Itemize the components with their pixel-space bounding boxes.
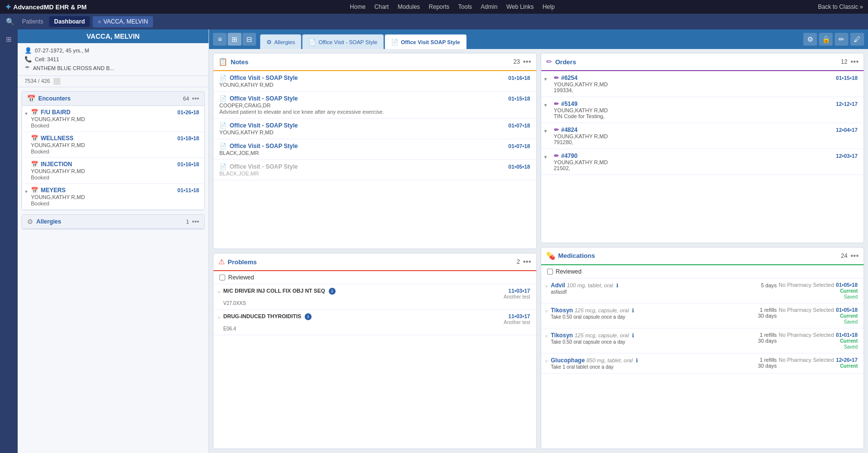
tab-allergies[interactable]: ⚙ Allergies	[260, 34, 301, 49]
collapse-arrow-0[interactable]: ▾	[25, 111, 27, 116]
order-collapse-2[interactable]: ▾	[544, 128, 547, 134]
encounters-count: 64	[183, 96, 189, 101]
settings-button[interactable]: ⚙	[803, 33, 817, 46]
order-item-1[interactable]: ▾ ✏ #5149 12•12•17 YOUNG,KATHY R,MD	[541, 97, 864, 123]
tab-office-visit-2[interactable]: 📄 Office Visit SOAP Style	[385, 34, 467, 49]
enc-type-0: 📅 F/U BAIRD	[31, 109, 71, 116]
notes-widget-menu[interactable]: •••	[523, 57, 531, 66]
note-title-2: 📄 Office Visit - SOAP Style	[219, 122, 298, 129]
encounter-item-2[interactable]: 📅 INJECTION 01•16•18 YOUNG,KATHY R,MD Bo…	[22, 158, 204, 184]
nav-home[interactable]: Home	[350, 3, 366, 10]
problems-reviewed-checkbox[interactable]	[219, 275, 225, 280]
back-to-classic-button[interactable]: Back to Classic »	[818, 3, 863, 10]
order-id-1: ✏ #5149	[554, 101, 578, 107]
nav-modules[interactable]: Modules	[397, 3, 420, 10]
encounter-item-1[interactable]: 📅 WELLNESS 01•18•18 YOUNG,KATHY R,MD Boo…	[22, 132, 204, 158]
allergies-title: Allergies	[36, 218, 183, 225]
med-info-icon-0[interactable]: ℹ	[616, 282, 618, 288]
order-item-3[interactable]: ▾ ✏ #4790 12•03•17 YOUNG,KATHY R,MD	[541, 149, 864, 175]
allergies-menu[interactable]: •••	[192, 218, 199, 226]
prob-info-0[interactable]: i	[329, 288, 336, 295]
nav-admin[interactable]: Admin	[481, 3, 498, 10]
order-item-2[interactable]: ▾ ✏ #4824 12•04•17 YOUNG,KATHY R,MD	[541, 123, 864, 149]
allergies-header: ⚙ Allergies 1 •••	[22, 215, 204, 229]
nav-weblinks[interactable]: Web Links	[506, 3, 534, 10]
view-list-button[interactable]: ≡	[213, 33, 227, 46]
med-sub-0: asfasdf	[551, 289, 759, 295]
patient-tab[interactable]: × VACCA, MELVIN	[93, 16, 153, 27]
nav-tools[interactable]: Tools	[458, 3, 472, 10]
encounters-section: 📅 Encounters 64 ••• ▾ 📅 F/U BAIRD 01•26•…	[22, 91, 205, 210]
med-info-icon-3[interactable]: ℹ	[636, 357, 638, 363]
patient-phone-row: 📞 Cell: 3411	[25, 56, 202, 63]
enc-date-0: 01•26•18	[178, 109, 199, 115]
note-icon-2: 📄	[219, 122, 227, 129]
med-item-1[interactable]: ○ Tikosyn 125 mcg, capsule, oral ℹ Take …	[541, 303, 864, 328]
view-grid-button[interactable]: ⊞	[228, 33, 241, 46]
patient-tab-close[interactable]: ×	[98, 18, 102, 25]
lock-button[interactable]: 🔒	[819, 33, 833, 46]
order-collapse-1[interactable]: ▾	[544, 102, 547, 108]
order-item-0[interactable]: ▾ ✏ #6254 01•15•18 YOUNG,KATHY R,MD	[541, 71, 864, 97]
med-sub-3: Take 1 oral tablet once a day	[551, 364, 756, 370]
note-doctor-0: YOUNG,KATHY R,MD	[219, 82, 530, 88]
dashboard-nav-button[interactable]: Dashboard	[49, 16, 90, 27]
note-item-2[interactable]: 📄 Office Visit - SOAP Style 01•07•18 YOU…	[213, 119, 536, 139]
prob-date-0: 11•03•17	[508, 288, 530, 294]
prob-code-0: V27.0XXS	[223, 301, 530, 306]
patient-id-row: 7534 / 426	[18, 76, 209, 87]
note-item-3[interactable]: 📄 Office Visit - SOAP Style 01•07•18 BLA…	[213, 139, 536, 160]
nav-help[interactable]: Help	[543, 3, 555, 10]
encounters-menu[interactable]: •••	[192, 95, 199, 102]
enc-date-1: 01•18•18	[178, 135, 199, 141]
med-left-3: Glucophage 850 mg, tablet, oral ℹ Take 1…	[551, 357, 756, 370]
patients-nav-link[interactable]: Patients	[19, 17, 46, 26]
note-date-0: 01•16•18	[508, 75, 530, 81]
allergies-section: ⚙ Allergies 1 •••	[22, 214, 205, 229]
problems-widget-menu[interactable]: •••	[523, 257, 531, 266]
orders-widget-menu[interactable]: •••	[850, 57, 859, 66]
note-item-4[interactable]: 📄 Office Visit - SOAP Style 01•05•18 BLA…	[213, 160, 536, 180]
meds-reviewed-checkbox[interactable]	[547, 269, 553, 275]
tab-allergies-icon: ⚙	[266, 39, 272, 46]
medications-widget-menu[interactable]: •••	[850, 252, 859, 260]
dob-icon: 👤	[25, 47, 32, 54]
note-doctor-2: YOUNG,KATHY R,MD	[219, 129, 530, 135]
problem-item-0[interactable]: ○ M/C DRIVER INJ COLL FIX OBJ NT SEQ i 1…	[213, 284, 536, 310]
left-widget-column: 📋 Notes 23 ••• 📄 Office Visit - SOAP Sty…	[213, 53, 537, 449]
pen-button[interactable]: 🖊	[850, 33, 864, 46]
prob-info-1[interactable]: i	[305, 313, 312, 320]
med-item-2[interactable]: ○ Tikosyn 125 mcg, capsule, oral ℹ Take …	[541, 328, 864, 353]
app-logo[interactable]: ✦ AdvancedMD EHR & PM	[5, 2, 87, 12]
note-title-0: 📄 Office Visit - SOAP Style	[219, 75, 298, 81]
view-split-button[interactable]: ⊟	[242, 33, 256, 46]
nav-reports[interactable]: Reports	[429, 3, 449, 10]
tab-office-visit-1[interactable]: 📄 Office Visit - SOAP Style	[302, 34, 384, 49]
encounters-icon: 📅	[27, 95, 35, 102]
nav-chart[interactable]: Chart	[374, 3, 389, 10]
med-sub-1: Take 0.50 oral capsule once a day	[551, 314, 756, 320]
prob-name-0: M/C DRIVER INJ COLL FIX OBJ NT SEQ i	[223, 288, 504, 295]
order-collapse-0[interactable]: ▾	[544, 76, 547, 82]
note-date-2: 01•07•18	[508, 123, 530, 128]
encounter-item-0[interactable]: ▾ 📅 F/U BAIRD 01•26•18 YOUNG,KATHY R,MD …	[22, 106, 204, 132]
order-collapse-3[interactable]: ▾	[544, 154, 547, 160]
encounter-item-3[interactable]: ▾ 📅 MEYERS 01•11•18 YOUNG,KATHY R,MD Boo…	[22, 184, 204, 210]
search-icon[interactable]: 🔍	[4, 17, 16, 26]
med-info-icon-2[interactable]: ℹ	[632, 332, 634, 338]
med-left-0: Advil 100 mg, tablet, oral ℹ asfasdf	[551, 282, 759, 295]
sidebar-icon-grid[interactable]: ⊞	[4, 33, 14, 45]
collapse-arrow-3[interactable]: ▾	[25, 189, 27, 194]
problem-item-1[interactable]: ○ DRUG-INDUCED THYROIDITIS i 11•03•17 An…	[213, 310, 536, 335]
left-panel: VACCA, MELVIN 👤 07-27-1972, 45 yrs., M 📞…	[18, 29, 209, 453]
med-item-0[interactable]: ○ Advil 100 mg, tablet, oral ℹ asfasdf	[541, 278, 864, 303]
medications-widget-icon: 💊	[546, 252, 555, 260]
top-nav-bar: ✦ AdvancedMD EHR & PM Home Chart Modules…	[0, 0, 868, 14]
edit-button[interactable]: ✏	[835, 33, 848, 46]
patient-grid-icon[interactable]	[53, 78, 60, 85]
med-info-icon-1[interactable]: ℹ	[632, 307, 634, 313]
note-item-1[interactable]: 📄 Office Visit - SOAP Style 01•15•18 COO…	[213, 92, 536, 119]
right-widget-column: ✏ Orders 12 ••• ▾ ✏ #625	[541, 53, 865, 449]
med-item-3[interactable]: ○ Glucophage 850 mg, tablet, oral ℹ Take…	[541, 353, 864, 374]
note-item-0[interactable]: 📄 Office Visit - SOAP Style 01•16•18 YOU…	[213, 71, 536, 92]
